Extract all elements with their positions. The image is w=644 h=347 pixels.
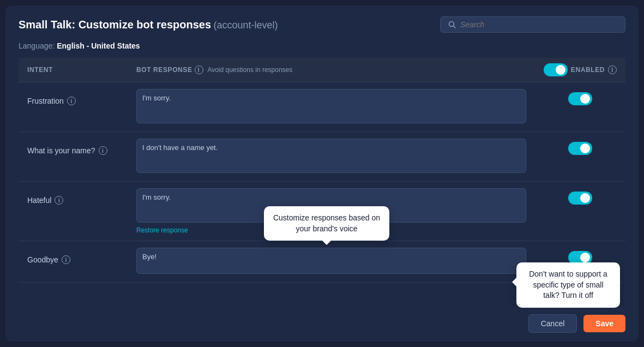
title-main: Small Talk: Customize bot responses (19, 19, 211, 31)
col-header-intent: INTENT (19, 58, 128, 82)
cancel-button[interactable]: Cancel (528, 314, 577, 333)
save-button[interactable]: Save (583, 315, 625, 332)
response-textarea[interactable]: Bye! (136, 248, 526, 274)
table-row: What is your name? i I don't have a name… (19, 132, 625, 182)
table-row: Frustration i I'm sorry. (19, 82, 625, 132)
tooltip-disable-text: Don't want to support a specific type of… (529, 270, 607, 300)
response-textarea[interactable]: I'm sorry. (136, 89, 526, 123)
col-header-enabled: ENABLED i (535, 58, 625, 82)
search-bar[interactable] (440, 16, 625, 33)
intent-label: What is your name? (27, 146, 95, 155)
enabled-cell (535, 82, 625, 132)
intent-info-icon[interactable]: i (99, 146, 107, 155)
response-cell: I'm sorry. (128, 82, 535, 132)
tooltip-disable: Don't want to support a specific type of… (516, 262, 620, 308)
intent-cell: Goodbye i (27, 248, 119, 264)
col-header-response: BOT RESPONSE i Avoid questions in respon… (128, 58, 535, 82)
search-input[interactable] (460, 20, 617, 29)
intent-info-icon[interactable]: i (55, 196, 63, 205)
language-value: English - United States (57, 41, 140, 50)
restore-response-link[interactable]: Restore response (136, 226, 188, 234)
dialog-footer: Cancel Save (19, 308, 625, 333)
row-toggle[interactable] (568, 92, 592, 105)
intent-info-icon[interactable]: i (67, 97, 76, 105)
enabled-cell (535, 182, 625, 241)
tooltip-brand-text: Customize responses based on your brand'… (273, 213, 380, 233)
intent-label: Hateful (27, 196, 51, 205)
enabled-cell (535, 132, 625, 182)
table-wrapper: INTENT BOT RESPONSE i Avoid questions in… (19, 58, 625, 308)
response-info-icon[interactable]: i (195, 65, 203, 74)
language-row: Language: English - United States (19, 41, 625, 50)
row-toggle[interactable] (568, 192, 592, 205)
intent-cell: Hateful i (27, 188, 119, 205)
response-cell: I don't have a name yet. (128, 132, 535, 182)
col-avoid-label: Avoid questions in responses (207, 66, 292, 74)
dialog-title: Small Talk: Customize bot responses (acc… (19, 19, 278, 31)
response-textarea[interactable]: I don't have a name yet. (136, 139, 526, 173)
dialog-header: Small Talk: Customize bot responses (acc… (19, 16, 625, 33)
response-cell: Bye! (128, 241, 535, 283)
main-dialog: Small Talk: Customize bot responses (acc… (5, 5, 639, 342)
enabled-info-icon[interactable]: i (608, 65, 617, 74)
intent-label: Goodbye (27, 255, 58, 264)
row-toggle[interactable] (568, 142, 592, 155)
intent-info-icon[interactable]: i (62, 255, 70, 264)
intent-label: Frustration (27, 97, 64, 105)
intent-cell: What is your name? i (27, 139, 119, 155)
header-toggle[interactable] (544, 63, 568, 76)
language-label: Language: (19, 41, 55, 50)
intent-cell: Frustration i (27, 89, 119, 105)
title-sub: (account-level) (214, 20, 278, 31)
tooltip-brand-voice: Customize responses based on your brand'… (264, 206, 389, 241)
svg-line-1 (454, 26, 456, 28)
search-icon (448, 21, 456, 28)
